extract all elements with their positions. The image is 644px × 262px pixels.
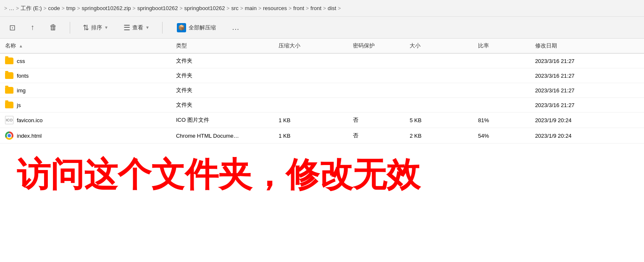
cell-ratio xyxy=(473,98,530,113)
breadcrumb-sep: > xyxy=(306,5,309,11)
chrome-icon xyxy=(5,131,13,140)
more-button[interactable]: … xyxy=(229,21,243,34)
extract-icon: 📦 xyxy=(177,23,186,32)
cell-name: css xyxy=(0,53,171,68)
col-header-password[interactable]: 密码保护 xyxy=(348,39,405,53)
cell-date: 2023/3/16 21:27 xyxy=(530,68,644,83)
breadcrumb-item-src[interactable]: src xyxy=(231,5,238,11)
share-button[interactable]: ↑ xyxy=(26,21,39,34)
folder-icon xyxy=(5,58,13,64)
breadcrumb-item-code[interactable]: code xyxy=(48,5,60,11)
breadcrumb-item-sb2[interactable]: springboot10262 xyxy=(184,5,225,11)
col-header-ratio[interactable]: 比率 xyxy=(473,39,530,53)
table-row[interactable]: fonts 文件夹 2023/3/16 21:27 xyxy=(0,68,644,83)
file-name: css xyxy=(17,58,25,64)
col-header-type[interactable]: 类型 xyxy=(171,39,273,53)
cell-size: 5 KB xyxy=(405,113,473,128)
cell-compsize: 1 KB xyxy=(273,113,347,128)
breadcrumb-item-drive[interactable]: 工作 (E:) xyxy=(21,5,42,12)
table-row[interactable]: img 文件夹 2023/3/16 21:27 xyxy=(0,83,644,98)
cell-date: 2023/3/16 21:27 xyxy=(530,98,644,113)
cell-size xyxy=(405,53,473,68)
breadcrumb-sep: > xyxy=(338,5,341,11)
cell-date: 2023/1/9 20:24 xyxy=(530,113,644,128)
cell-password xyxy=(348,83,405,98)
table-row[interactable]: ICO favicon.ico ICO 图片文件 1 KB 否 5 KB 81%… xyxy=(0,113,644,128)
cell-ratio xyxy=(473,53,530,68)
cell-name: index.html xyxy=(0,128,171,144)
breadcrumb-dots[interactable]: … xyxy=(9,5,14,11)
delete-button[interactable]: 🗑 xyxy=(45,21,61,34)
extract-all-button[interactable]: 📦 全部解压缩 xyxy=(171,21,222,35)
view-button[interactable]: ☰ 查看 ▼ xyxy=(119,21,154,35)
table-row[interactable]: css 文件夹 2023/3/16 21:27 xyxy=(0,53,644,68)
breadcrumb-sep: > xyxy=(44,5,47,11)
col-header-compsize[interactable]: 压缩大小 xyxy=(273,39,347,53)
breadcrumb-item-front2[interactable]: front xyxy=(310,5,321,11)
breadcrumb-sep: > xyxy=(289,5,292,11)
folder-icon xyxy=(5,72,13,79)
toolbar-divider xyxy=(70,22,70,34)
breadcrumb-item-tmp[interactable]: tmp xyxy=(66,5,76,11)
view-label: 查看 xyxy=(132,24,143,31)
breadcrumb-item-resources[interactable]: resources xyxy=(263,5,287,11)
table-row[interactable]: js 文件夹 2023/3/16 21:27 xyxy=(0,98,644,113)
cell-password: 否 xyxy=(348,128,405,144)
cell-compsize: 1 KB xyxy=(273,128,347,144)
cell-compsize xyxy=(273,98,347,113)
cell-date: 2023/3/16 21:27 xyxy=(530,83,644,98)
breadcrumb-sep: > xyxy=(323,5,326,11)
breadcrumb-item-dist[interactable]: dist xyxy=(328,5,336,11)
file-name: img xyxy=(17,87,26,94)
cell-compsize xyxy=(273,53,347,68)
cell-size xyxy=(405,83,473,98)
file-name: favicon.ico xyxy=(17,117,42,123)
file-table: 名称 ▲ 类型 压缩大小 密码保护 大小 比率 修改日期 xyxy=(0,39,644,144)
col-header-date[interactable]: 修改日期 xyxy=(530,39,644,53)
cell-password xyxy=(348,53,405,68)
file-name: js xyxy=(17,102,21,108)
cell-compsize xyxy=(273,83,347,98)
ico-icon: ICO xyxy=(5,116,13,124)
delete-icon: 🗑 xyxy=(50,23,57,32)
cell-size xyxy=(405,98,473,113)
breadcrumb-item-zip[interactable]: springboot10262.zip xyxy=(82,5,131,11)
breadcrumb-sep: > xyxy=(133,5,136,11)
cell-type: 文件夹 xyxy=(171,83,273,98)
table-row[interactable]: index.html Chrome HTML Docume… 1 KB 否 2 … xyxy=(0,128,644,144)
breadcrumb-sep: > xyxy=(226,5,229,11)
chevron-down-icon2: ▼ xyxy=(145,25,150,30)
sort-icon: ⇅ xyxy=(83,23,89,32)
copy-button[interactable]: ⊡ xyxy=(5,21,20,35)
banner-text: 访问这个文件夹，修改无效 xyxy=(17,156,627,193)
col-header-name[interactable]: 名称 ▲ xyxy=(0,39,171,53)
col-header-size[interactable]: 大小 xyxy=(405,39,473,53)
cell-name: img xyxy=(0,83,171,98)
cell-ratio xyxy=(473,83,530,98)
breadcrumb-item-front1[interactable]: front xyxy=(293,5,304,11)
cell-type: 文件夹 xyxy=(171,53,273,68)
cell-size: 2 KB xyxy=(405,128,473,144)
breadcrumb-sep: > xyxy=(16,5,19,11)
breadcrumb-sep: > xyxy=(62,5,65,11)
cell-type: 文件夹 xyxy=(171,68,273,83)
cell-name: ICO favicon.ico xyxy=(0,113,171,128)
view-icon: ☰ xyxy=(124,23,130,32)
cell-ratio xyxy=(473,68,530,83)
file-name: index.html xyxy=(17,133,42,139)
breadcrumb-item-sb1[interactable]: springboot10262 xyxy=(137,5,178,11)
breadcrumb-sep: > xyxy=(258,5,261,11)
more-icon: … xyxy=(232,23,239,31)
breadcrumb-item-main[interactable]: main xyxy=(245,5,257,11)
folder-icon xyxy=(5,102,13,108)
cell-compsize xyxy=(273,68,347,83)
chevron-down-icon: ▼ xyxy=(104,25,108,30)
sort-button[interactable]: ⇅ 排序 ▼ xyxy=(79,21,113,35)
toolbar-divider2 xyxy=(162,22,163,34)
cell-ratio: 81% xyxy=(473,113,530,128)
cell-type: Chrome HTML Docume… xyxy=(171,128,273,144)
cell-ratio: 54% xyxy=(473,128,530,144)
toolbar: ⊡ ↑ 🗑 ⇅ 排序 ▼ ☰ 查看 ▼ 📦 全部解压缩 … xyxy=(0,17,644,39)
folder-icon xyxy=(5,87,13,94)
cell-type: 文件夹 xyxy=(171,98,273,113)
